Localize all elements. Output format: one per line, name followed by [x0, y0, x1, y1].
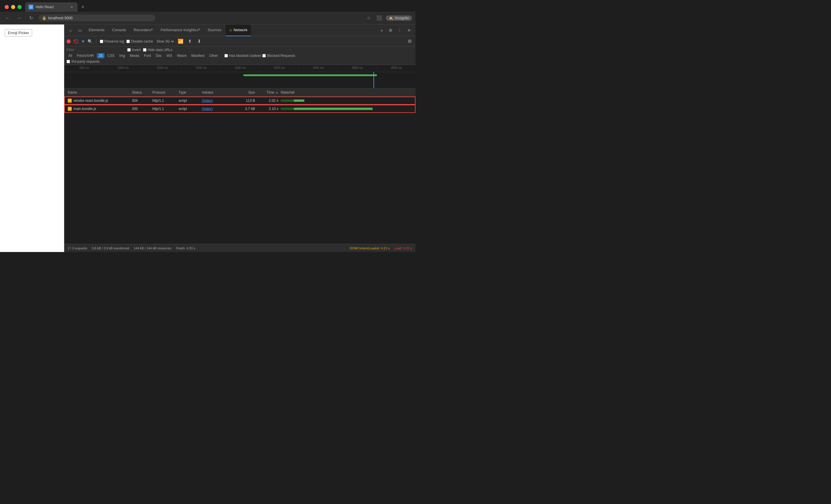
filter-type-fetch[interactable]: Fetch/XHR [75, 53, 96, 58]
header-waterfall[interactable]: Waterfall [280, 90, 413, 94]
preserve-log-label[interactable]: Preserve log [100, 39, 124, 43]
cast-button[interactable]: ⬛ [375, 14, 383, 22]
back-button[interactable]: ← [3, 14, 12, 22]
upload-icon[interactable]: ⬆ [187, 38, 194, 45]
blocked-requests-checkbox[interactable] [262, 54, 266, 57]
waterfall-dark-2 [281, 108, 294, 110]
disable-cache-label[interactable]: Disable cache [126, 39, 153, 43]
incognito-icon: 🕵 [389, 16, 393, 20]
disable-cache-checkbox[interactable] [126, 40, 130, 43]
network-toolbar: 🚫 ▼ 🔍 Preserve log Disable cache Slow 3G… [64, 36, 416, 47]
clear-button[interactable]: 🚫 [73, 38, 79, 45]
filter-type-wasm[interactable]: Wasm [175, 53, 189, 58]
third-party-checkbox[interactable] [66, 60, 70, 63]
address-bar: ← → ↻ 🔒 localhost:3000 ☆ ⬛ 🕵 Incognito [0, 12, 416, 25]
header-protocol[interactable]: Protocol [151, 90, 177, 94]
filter-type-ws[interactable]: WS [165, 53, 174, 58]
address-input[interactable]: 🔒 localhost:3000 [38, 14, 155, 21]
devtools-inspect-button[interactable]: ⌕ [66, 26, 75, 34]
header-size[interactable]: Size [230, 90, 256, 94]
throttle-select[interactable]: Slow 3G [155, 39, 175, 44]
tick-2500: 2500 ms [220, 66, 259, 69]
header-status[interactable]: Status [131, 90, 151, 94]
incognito-label: Incognito [395, 16, 409, 20]
header-type[interactable]: Type [177, 90, 201, 94]
hide-data-urls-checkbox[interactable] [143, 48, 146, 52]
status-finish: Finish: 4.20 s [176, 246, 195, 250]
filter-type-js[interactable]: JS [97, 53, 105, 58]
header-initiator[interactable]: Initiator [201, 90, 230, 94]
tab-console[interactable]: Console [109, 25, 130, 36]
filter-type-other[interactable]: Other [207, 53, 220, 58]
devtools-more-button[interactable]: ⋮ [396, 26, 404, 34]
invert-label[interactable]: Invert [127, 48, 141, 52]
devtools-device-button[interactable]: ▭ [76, 26, 84, 34]
warning-icon: ⚠ [229, 28, 232, 32]
tab-recorder[interactable]: Recorder ☍ [130, 25, 156, 36]
separator [96, 38, 96, 45]
devtools-settings-button[interactable]: ⚙ [386, 26, 395, 34]
network-table: Name Status Protocol Type Initiator Size [64, 88, 416, 244]
download-icon[interactable]: ⬇ [196, 38, 203, 45]
filter-type-font[interactable]: Font [142, 53, 152, 58]
tab-title: Hello React [36, 5, 67, 9]
filter-input[interactable] [66, 48, 125, 52]
tick-3000: 3000 ms [259, 66, 298, 69]
timeline-area[interactable]: 500 ms 1000 ms 1500 ms 2000 ms 2500 ms 3… [64, 65, 416, 88]
browser-tab[interactable]: ⚛ Hello React × [25, 2, 78, 12]
sort-icon: ▲ [276, 91, 278, 94]
hide-data-urls-label[interactable]: Hide data URLs [143, 48, 172, 52]
header-time[interactable]: Time ▲ [256, 90, 280, 94]
cell-type-1: script [177, 98, 201, 103]
tab-close-button[interactable]: × [69, 5, 74, 9]
record-button[interactable] [66, 39, 70, 43]
filter-type-media[interactable]: Media [128, 53, 141, 58]
tab-elements[interactable]: Elements [85, 25, 108, 36]
filter-type-doc[interactable]: Doc [154, 53, 163, 58]
has-blocked-cookies-label[interactable]: Has blocked cookies [224, 54, 261, 58]
table-row[interactable]: JS main.bundle.js 200 http/1.1 script (i… [64, 105, 416, 113]
emoji-picker-button[interactable]: Emoji Picker [5, 29, 32, 36]
cell-type-2: script [177, 107, 201, 111]
network-settings-button[interactable]: ⚙ [406, 38, 413, 45]
traffic-lights [2, 5, 24, 9]
has-blocked-cookies-checkbox[interactable] [224, 54, 228, 57]
new-tab-button[interactable]: + [79, 3, 87, 11]
tick-3500: 3500 ms [298, 66, 338, 69]
maximize-window-button[interactable] [18, 5, 22, 9]
blocked-requests-label[interactable]: Blocked Requests [262, 54, 295, 58]
tab-sources[interactable]: Sources [204, 25, 225, 36]
wifi-icon[interactable]: 📶 [177, 38, 184, 45]
status-transferred: 3.8 kB / 3.9 kB transferred [92, 246, 129, 250]
preserve-log-checkbox[interactable] [100, 40, 103, 43]
waterfall-bar-1 [281, 99, 412, 102]
tick-2000: 2000 ms [181, 66, 220, 69]
page-content: Emoji Picker [0, 25, 64, 252]
forward-button[interactable]: → [15, 14, 23, 22]
bookmark-button[interactable]: ☆ [365, 14, 373, 22]
more-tabs-button[interactable]: » [378, 28, 385, 33]
reload-button[interactable]: ↻ [27, 14, 35, 22]
cell-status-2: 200 [131, 107, 151, 111]
minimize-window-button[interactable] [11, 5, 15, 9]
filter-type-css[interactable]: CSS [106, 53, 116, 58]
status-load: Load: 4.21 s [394, 246, 412, 250]
waterfall-dark-1 [281, 99, 294, 102]
header-name[interactable]: Name [66, 90, 131, 94]
search-button[interactable]: 🔍 [88, 39, 92, 44]
filter-button[interactable]: ▼ [81, 39, 85, 44]
tab-network[interactable]: ⚠ Network [226, 25, 251, 36]
third-party-label[interactable]: 3rd-party requests [66, 59, 413, 64]
tab-performance-insights[interactable]: Performance insights ☍ [157, 25, 203, 36]
devtools-tabs: Elements Console Recorder ☍ Performance … [85, 25, 377, 36]
cell-initiator-2[interactable]: (index) [201, 107, 230, 111]
devtools-close-button[interactable]: ✕ [405, 26, 413, 34]
close-window-button[interactable] [5, 5, 9, 9]
invert-checkbox[interactable] [127, 48, 131, 52]
incognito-badge: 🕵 Incognito [386, 16, 412, 21]
filter-type-manifest[interactable]: Manifest [190, 53, 206, 58]
cell-initiator-1[interactable]: (index) [201, 98, 230, 103]
table-row[interactable]: JS vendor-react.bundle.js 304 http/1.1 s… [64, 96, 416, 105]
filter-type-all[interactable]: All [66, 53, 74, 58]
filter-type-img[interactable]: Img [118, 53, 127, 58]
